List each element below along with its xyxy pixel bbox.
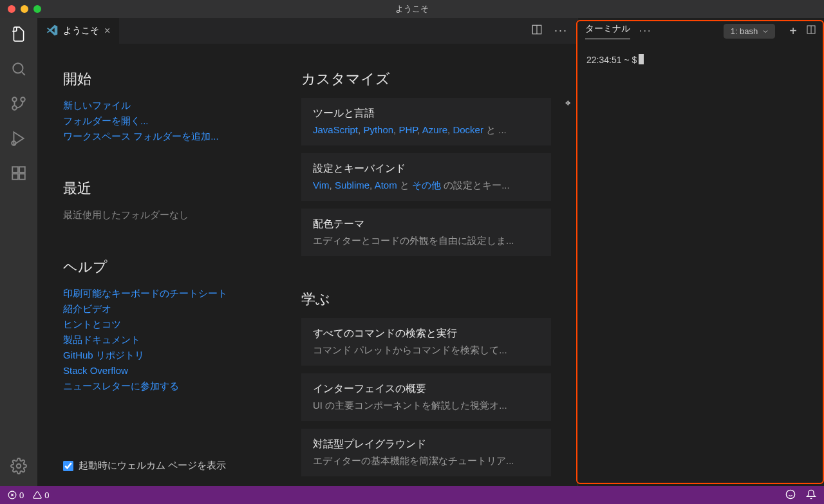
- status-bar: 0 0: [0, 486, 824, 504]
- card-theme-title: 配色テーマ: [313, 218, 539, 231]
- start-heading: 開始: [63, 70, 301, 89]
- chevron-down-icon: [762, 28, 769, 37]
- card-tools-sub: JavaScript, Python, PHP, Azure, Docker と…: [313, 124, 539, 136]
- cursor-icon: ⌖: [565, 97, 570, 109]
- learn-heading: 学ぶ: [301, 290, 551, 309]
- tab-welcome[interactable]: ようこそ ×: [37, 18, 119, 44]
- help-stack-link[interactable]: Stack Overflow: [63, 363, 301, 378]
- editor-tabs: ようこそ × ···: [37, 18, 577, 44]
- card-tools[interactable]: ツールと言語 JavaScript, Python, PHP, Azure, D…: [301, 98, 551, 145]
- close-icon[interactable]: ×: [104, 25, 110, 37]
- split-editor-icon[interactable]: [531, 24, 543, 38]
- source-control-icon[interactable]: [10, 95, 27, 115]
- search-icon[interactable]: [10, 61, 27, 80]
- close-window-button[interactable]: [8, 5, 15, 13]
- terminal-cursor: [639, 54, 644, 64]
- settings-icon[interactable]: [10, 458, 27, 477]
- explorer-icon[interactable]: [10, 26, 27, 45]
- terminal-body[interactable]: 22:34:51 ~ $: [577, 44, 824, 75]
- card-keys-title: 設定とキーバインド: [313, 162, 539, 176]
- titlebar: ようこそ: [0, 0, 824, 18]
- card-tools-title: ツールと言語: [313, 107, 539, 120]
- svg-rect-7: [12, 174, 18, 180]
- status-errors[interactable]: 0: [8, 490, 24, 500]
- terminal-select[interactable]: 1: bash: [724, 24, 776, 39]
- svg-rect-8: [19, 174, 25, 180]
- more-icon[interactable]: ···: [554, 24, 568, 38]
- help-heading: ヘルプ: [63, 257, 301, 277]
- activity-bar: [0, 18, 37, 486]
- card-keys-sub: Vim, Sublime, Atom と その他 の設定とキー...: [313, 180, 539, 192]
- svg-point-3: [12, 97, 17, 102]
- card-theme[interactable]: 配色テーマ エディターとコードの外観を自由に設定しま...: [301, 209, 551, 256]
- terminal-tab[interactable]: ターミナル: [585, 23, 630, 39]
- svg-point-0: [13, 63, 23, 73]
- terminal-panel: ターミナル ··· 1: bash + 22:34:51 ~ $: [577, 18, 824, 486]
- vscode-icon: [46, 24, 58, 38]
- card-commands[interactable]: すべてのコマンドの検索と実行 コマンド パレットからコマンドを検索して...: [301, 318, 551, 366]
- new-terminal-icon[interactable]: +: [789, 24, 797, 39]
- svg-point-9: [17, 464, 21, 469]
- notifications-icon[interactable]: [806, 489, 816, 501]
- help-tips-link[interactable]: ヒントとコツ: [63, 317, 301, 332]
- recent-none: 最近使用したフォルダーなし: [63, 207, 301, 223]
- startup-checkbox-label: 起動時にウェルカム ページを表示: [79, 460, 226, 472]
- svg-point-2: [12, 106, 17, 110]
- terminal-more-icon[interactable]: ···: [639, 25, 651, 37]
- card-playground[interactable]: 対話型プレイグラウンド エディターの基本機能を簡潔なチュートリア...: [301, 429, 551, 476]
- add-workspace-link[interactable]: ワークスペース フォルダーを追加...: [63, 129, 301, 144]
- split-terminal-icon[interactable]: [806, 24, 816, 37]
- startup-checkbox-input[interactable]: [63, 461, 73, 471]
- terminal-prompt: 22:34:51 ~ $: [586, 55, 637, 65]
- extensions-icon[interactable]: [10, 165, 27, 184]
- feedback-icon[interactable]: [785, 489, 796, 501]
- card-keybindings[interactable]: 設定とキーバインド Vim, Sublime, Atom と その他 の設定とキ…: [301, 153, 551, 201]
- svg-rect-5: [12, 167, 18, 173]
- new-file-link[interactable]: 新しいファイル: [63, 98, 301, 113]
- svg-rect-6: [19, 167, 25, 173]
- svg-point-17: [786, 490, 794, 498]
- maximize-window-button[interactable]: [33, 5, 41, 13]
- help-newsletter-link[interactable]: ニュースレターに参加する: [63, 378, 301, 394]
- help-docs-link[interactable]: 製品ドキュメント: [63, 332, 301, 348]
- customize-heading: カスタマイズ: [301, 70, 551, 89]
- status-warnings[interactable]: 0: [33, 490, 49, 500]
- card-theme-sub: エディターとコードの外観を自由に設定しま...: [313, 235, 539, 247]
- debug-icon[interactable]: [10, 130, 27, 149]
- open-folder-link[interactable]: フォルダーを開く...: [63, 113, 301, 129]
- minimize-window-button[interactable]: [21, 5, 28, 13]
- window-title: ようこそ: [395, 3, 429, 15]
- help-intro-link[interactable]: 紹介ビデオ: [63, 301, 301, 317]
- startup-checkbox[interactable]: 起動時にウェルカム ページを表示: [63, 460, 301, 472]
- svg-point-1: [21, 97, 25, 102]
- help-cheatsheet-link[interactable]: 印刷可能なキーボードのチートシート: [63, 286, 301, 301]
- card-overview[interactable]: インターフェイスの概要 UI の主要コンポーネントを解説した視覚オ...: [301, 373, 551, 421]
- tab-label: ようこそ: [63, 25, 99, 37]
- help-github-link[interactable]: GitHub リポジトリ: [63, 348, 301, 363]
- recent-heading: 最近: [63, 179, 301, 198]
